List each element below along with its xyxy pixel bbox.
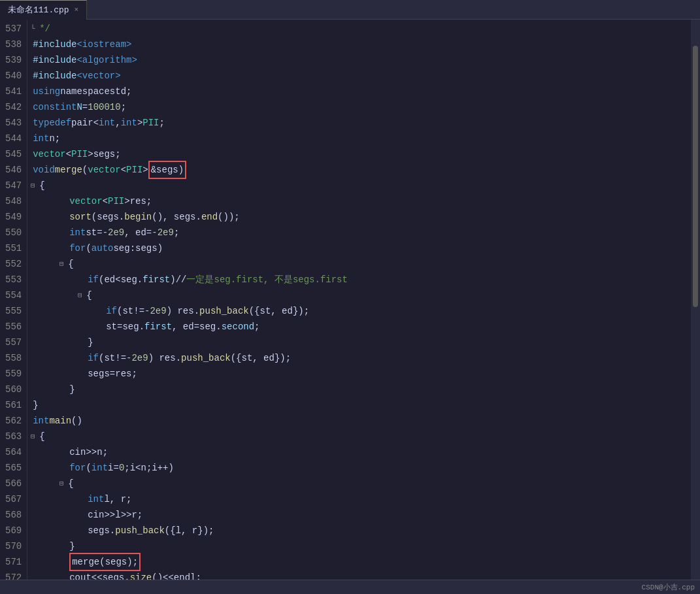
code-token: PII [71,146,88,162]
tab-filename: 未命名111.cpp [8,4,69,16]
code-token: ({l, r}); [165,523,214,538]
code-line: vector<PII>segs; [27,146,691,162]
code-line: int l, r; [27,491,691,507]
scrollbar-thumb[interactable] [693,46,698,307]
code-line: if(st!=-2e9) res.push_back({st, ed}); [27,350,691,366]
code-line: sort(segs.begin(), segs.end()); [27,209,691,225]
line-number: 558 [5,350,22,366]
code-token: push_back [181,350,231,366]
code-token: vector [88,162,120,178]
code-token: 0 [119,460,124,476]
code-token: -2e9 [144,303,167,319]
tab-bar: 未命名111.cpp × [0,0,700,20]
code-token: void [33,162,55,178]
code-token: -2e9 [152,225,174,240]
code-area[interactable]: └ */#include<iostream>#include<algorithm… [27,20,691,580]
code-token: ({st, ed}); [249,303,309,319]
code-token: cin>>l>>r; [88,507,142,523]
line-number: 552 [5,256,22,272]
code-token: ) res. [167,303,199,319]
code-line: } [27,382,691,397]
line-number: 557 [5,335,22,350]
code-line: cin>>l>>r; [27,507,691,523]
fold-marker[interactable]: └ [27,21,38,37]
code-token: seg:segs) [113,240,163,256]
code-token: ; [121,99,126,115]
line-number: 551 [5,240,22,256]
code-token: push_back [115,523,165,538]
code-token: < [103,193,108,209]
fold-marker[interactable]: ⊟ [56,476,67,491]
line-number: 555 [5,303,22,319]
code-token: ) res. [148,350,181,366]
code-token: sort [69,209,92,225]
code-token: { [68,476,73,491]
code-token: <algorithm> [76,52,137,68]
code-token: #include [33,37,76,52]
code-token: (segs. [92,209,124,225]
code-token: } [69,382,75,397]
code-token: main [49,413,71,429]
line-number: 537 [5,21,22,37]
fold-marker[interactable]: ⊟ [27,429,38,444]
close-icon[interactable]: × [75,6,79,14]
code-token: for [69,240,86,256]
code-token: if [88,350,99,366]
code-token: int [121,115,137,131]
code-token-outlined: &segs) [148,161,186,179]
code-token: l, r; [104,491,131,507]
fold-marker[interactable]: ⊟ [56,256,67,272]
code-line: cin>>n; [27,444,691,460]
code-token: PII [108,193,124,209]
scrollbar-right[interactable] [691,20,700,580]
code-line: for(auto seg:segs) [27,240,691,256]
code-line: const int N=100010; [27,99,691,115]
code-token: int [33,413,49,429]
code-line: vector<PII>res; [27,193,691,209]
line-number: 559 [5,366,22,382]
code-token: first [144,319,172,335]
line-number: 560 [5,382,22,397]
code-token: { [86,288,92,303]
code-line: if(st!=-2e9) res.push_back({st, ed}); [27,303,691,319]
code-token: 一定是seg.first, 不是segs.first [186,272,347,288]
code-line: segs=res; [27,366,691,382]
line-number: 549 [5,209,22,225]
code-token: ( [86,240,91,256]
code-line: int main() [27,413,691,429]
code-token: st=seg. [106,319,144,335]
code-token: end [201,209,218,225]
code-token: ()<<endl; [152,570,201,580]
line-number: 544 [5,131,22,146]
code-token: ({st, ed}); [231,350,291,366]
line-number: 542 [5,99,22,115]
code-line: int n; [27,131,691,146]
code-token: int [60,99,76,115]
code-line: } [27,335,691,350]
code-token: merge [55,162,82,178]
code-token: > [142,162,148,178]
code-token: cin>>n; [69,444,108,460]
code-token: i= [108,460,119,476]
code-token: #include [33,52,76,68]
code-token: ;i<n;i++) [124,460,174,476]
code-token: PII [126,162,142,178]
fold-marker[interactable]: ⊟ [27,178,38,193]
code-line: ⊟{ [27,288,691,303]
code-line: ⊟{ [27,178,691,193]
code-token: < [93,115,99,131]
fold-marker[interactable]: ⊟ [75,288,85,303]
line-number: 543 [5,115,22,131]
code-token: <vector> [76,68,120,84]
code-token: > [137,115,142,131]
tab-file[interactable]: 未命名111.cpp × [0,0,87,20]
code-token: #include [33,68,76,84]
code-token: typedef [33,115,71,131]
line-number: 546 [5,162,22,178]
code-line: } [27,538,691,554]
code-token: = [82,99,88,115]
code-token: 100010 [88,99,120,115]
line-number: 567 [5,491,22,507]
code-token: >segs; [88,146,120,162]
code-token: if [106,303,117,319]
